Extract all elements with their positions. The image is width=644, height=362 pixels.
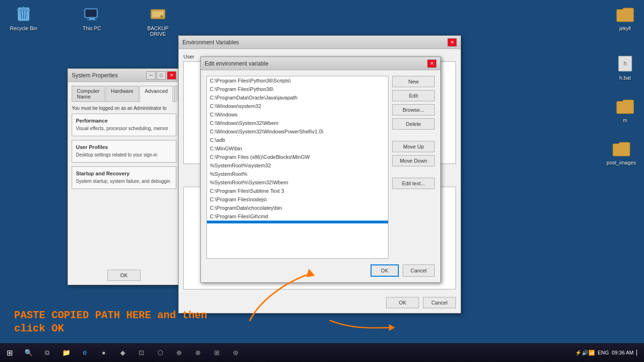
move-up-button[interactable]: Move Up bbox=[392, 141, 435, 152]
annotation-text: PASTE COPIED PATH HERE and then click OK bbox=[14, 296, 207, 336]
startup-text: System startup, system failure, and debu… bbox=[76, 178, 172, 185]
delete-button[interactable]: Delete bbox=[392, 118, 435, 130]
performance-text: Visual effects, processor scheduling, me… bbox=[76, 125, 172, 132]
taskbar: ⊞ 🔍 ⧉ 📁 e ● ◆ ⊡ ⬡ ⊕ ⊗ ⊞ ⊜ ⚡🔊📶 ENG 09:36 … bbox=[0, 343, 644, 362]
m-label: m bbox=[623, 117, 627, 123]
taskbar-edge[interactable]: e bbox=[75, 343, 94, 362]
edit-button[interactable]: Edit bbox=[392, 90, 435, 101]
path-item[interactable]: %SystemRoot% bbox=[207, 170, 388, 178]
svg-point-9 bbox=[160, 15, 163, 18]
this-pc-label: This PC bbox=[83, 25, 101, 31]
edit-env-dialog: Edit environment variable ✕ C:\Program F… bbox=[200, 57, 441, 283]
close-button[interactable]: ✕ bbox=[167, 71, 176, 80]
env-vars-controls: ✕ bbox=[447, 38, 457, 47]
taskbar-icon-9[interactable]: ⊞ bbox=[207, 343, 226, 362]
maximize-button[interactable]: □ bbox=[157, 71, 166, 80]
tab-hardware[interactable]: Hardware bbox=[106, 86, 139, 101]
svg-marker-13 bbox=[389, 324, 395, 331]
taskbar-show-desktop[interactable]: ▏ bbox=[636, 350, 640, 356]
taskbar-icon-5[interactable]: ⊡ bbox=[132, 343, 151, 362]
desktop-icon-this-pc[interactable]: This PC bbox=[73, 5, 111, 31]
path-item[interactable]: C:\Windows\System32\WindowsPowerShell\v1… bbox=[207, 127, 388, 136]
path-item[interactable]: C:\ProgramData\Oracle\Java\javapath bbox=[207, 93, 388, 102]
edit-env-content: C:\Program Files\Python36\Scripts\C:\Pro… bbox=[201, 70, 440, 282]
hbat-icon: h bbox=[616, 54, 635, 73]
path-item[interactable] bbox=[207, 221, 388, 223]
system-properties-tabs: Computer Name Hardware Advanced Syst bbox=[72, 86, 176, 102]
path-list-container: C:\Program Files\Python36\Scripts\C:\Pro… bbox=[206, 76, 435, 259]
edit-env-close-button[interactable]: ✕ bbox=[427, 59, 437, 68]
tab-computer-name[interactable]: Computer Name bbox=[72, 86, 105, 101]
env-vars-titlebar[interactable]: Environment Variables ✕ bbox=[179, 36, 461, 49]
m-folder-icon bbox=[616, 97, 635, 115]
svg-rect-5 bbox=[89, 18, 95, 19]
path-item[interactable]: C:\ProgramData\chocolatey\bin bbox=[207, 204, 388, 212]
taskbar-icon-10[interactable]: ⊜ bbox=[226, 343, 245, 362]
edit-env-footer: OK Cancel bbox=[206, 264, 435, 277]
env-vars-ok-button[interactable]: OK bbox=[386, 297, 419, 308]
taskbar-icon-4[interactable]: ◆ bbox=[113, 343, 132, 362]
desktop-icon-backup-drive[interactable]: BACKUP DRIVE bbox=[144, 5, 172, 37]
admin-notice: You must be logged on as an Administrato… bbox=[72, 106, 176, 111]
env-vars-title: Environment Variables bbox=[182, 39, 447, 46]
window-controls: ─ □ ✕ bbox=[146, 71, 176, 80]
performance-title: Performance bbox=[76, 118, 172, 123]
taskbar-task-view[interactable]: ⧉ bbox=[38, 343, 57, 362]
taskbar-time: 09:36 AM bbox=[612, 350, 634, 355]
taskbar-icon-3[interactable]: ● bbox=[94, 343, 113, 362]
recycle-bin-icon bbox=[14, 5, 33, 24]
taskbar-language: ENG bbox=[598, 350, 609, 355]
post-images-icon bbox=[612, 139, 631, 158]
minimize-button[interactable]: ─ bbox=[146, 71, 156, 80]
svg-rect-1 bbox=[17, 9, 30, 11]
taskbar-file-explorer[interactable]: 📁 bbox=[57, 343, 75, 362]
user-profiles-text: Desktop settings related to your sign-in bbox=[76, 152, 172, 158]
env-vars-close-button[interactable]: ✕ bbox=[447, 38, 457, 47]
taskbar-icon-8[interactable]: ⊗ bbox=[189, 343, 207, 362]
desktop-icon-jekyll[interactable]: jekyll bbox=[606, 5, 644, 31]
path-item[interactable]: C:\Windows bbox=[207, 110, 388, 119]
path-item[interactable]: C:\Program Files\Git\cmd bbox=[207, 212, 388, 221]
path-item[interactable]: C:\Program Files\Sublime Text 3 bbox=[207, 187, 388, 195]
path-item[interactable]: C:\Windows\system32 bbox=[207, 102, 388, 110]
taskbar-search[interactable]: 🔍 bbox=[19, 343, 38, 362]
edit-env-cancel-button[interactable]: Cancel bbox=[403, 264, 435, 277]
desktop-icon-m[interactable]: m bbox=[606, 97, 644, 123]
taskbar-icon-7[interactable]: ⊕ bbox=[170, 343, 189, 362]
taskbar-right: ⚡🔊📶 ENG 09:36 AM ▏ bbox=[575, 350, 644, 356]
system-properties-window: System Properties ─ □ ✕ Computer Name Ha… bbox=[67, 68, 181, 285]
path-item[interactable]: C:\adb bbox=[207, 136, 388, 144]
backup-drive-icon bbox=[149, 5, 167, 24]
move-down-button[interactable]: Move Down bbox=[392, 155, 435, 166]
edit-env-titlebar[interactable]: Edit environment variable ✕ bbox=[201, 57, 440, 70]
edit-text-button[interactable]: Edit text... bbox=[392, 178, 435, 189]
sys-props-ok-button[interactable]: OK bbox=[107, 270, 140, 281]
edit-env-controls: ✕ bbox=[427, 59, 437, 68]
path-item[interactable]: C:\Program Files\Python36\ bbox=[207, 85, 388, 93]
path-item[interactable]: C:\Program Files\nodejs\ bbox=[207, 195, 388, 204]
backup-drive-label: BACKUP DRIVE bbox=[147, 25, 168, 37]
path-item[interactable]: C:\MinGW\bin bbox=[207, 144, 388, 153]
system-properties-titlebar[interactable]: System Properties ─ □ ✕ bbox=[68, 69, 180, 82]
desktop-icon-hbat[interactable]: h h.bat bbox=[606, 54, 644, 81]
taskbar-icon-6[interactable]: ⬡ bbox=[151, 343, 170, 362]
path-item[interactable]: %SystemRoot%\System32\Wbem bbox=[207, 178, 388, 187]
browse-button[interactable]: Browse... bbox=[392, 104, 435, 115]
new-button[interactable]: New bbox=[392, 76, 435, 87]
path-item[interactable]: C:\Program Files\Python36\Scripts\ bbox=[207, 76, 388, 85]
path-item[interactable]: C:\Program Files (x86)\CodeBlocks\MinGW bbox=[207, 153, 388, 161]
path-item[interactable]: %SystemRoot%\system32 bbox=[207, 161, 388, 170]
env-vars-cancel-button[interactable]: Cancel bbox=[423, 297, 456, 308]
desktop-icon-post-images[interactable]: post_images bbox=[603, 139, 640, 165]
startup-section: Startup and Recovery System startup, sys… bbox=[72, 166, 176, 189]
start-button[interactable]: ⊞ bbox=[0, 343, 19, 362]
desktop-icon-recycle-bin[interactable]: Recycle Bin bbox=[5, 5, 42, 31]
system-properties-content: Computer Name Hardware Advanced Syst You… bbox=[68, 82, 180, 285]
path-list[interactable]: C:\Program Files\Python36\Scripts\C:\Pro… bbox=[206, 76, 388, 259]
edit-env-ok-button[interactable]: OK bbox=[371, 264, 399, 277]
jekyll-icon bbox=[616, 5, 635, 24]
svg-rect-6 bbox=[87, 19, 97, 20]
path-item[interactable]: C:\Windows\System32\Wbem bbox=[207, 119, 388, 127]
svg-text:h: h bbox=[624, 60, 627, 67]
tab-advanced[interactable]: Advanced bbox=[140, 86, 173, 102]
